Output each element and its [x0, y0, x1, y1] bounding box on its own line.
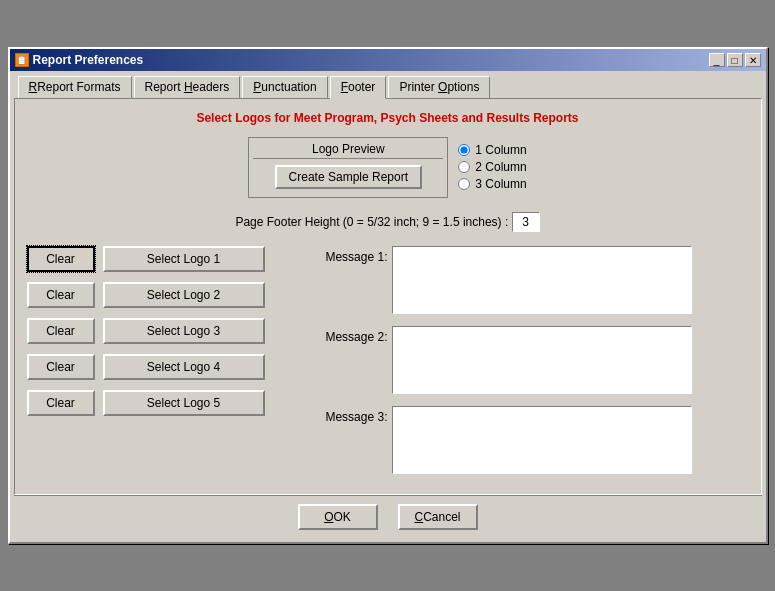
clear-logo-3-button[interactable]: Clear — [27, 318, 95, 344]
clear-logo-4-button[interactable]: Clear — [27, 354, 95, 380]
logo-row-3: Clear Select Logo 3 — [27, 318, 307, 344]
select-logo-4-button[interactable]: Select Logo 4 — [103, 354, 265, 380]
radio-3-column[interactable]: 3 Column — [458, 177, 526, 191]
title-buttons: _ □ ✕ — [709, 53, 761, 67]
logo-row-2: Clear Select Logo 2 — [27, 282, 307, 308]
logo-row-5: Clear Select Logo 5 — [27, 390, 307, 416]
message-row-2: Message 2: — [323, 326, 749, 394]
logo-buttons-column: Clear Select Logo 1 Clear Select Logo 2 — [27, 246, 307, 482]
tab-punctuation[interactable]: Punctuation — [242, 76, 327, 99]
select-logo-1-button[interactable]: Select Logo 1 — [103, 246, 265, 272]
radio-input-3-column[interactable] — [458, 178, 470, 190]
message-3-label: Message 3: — [323, 406, 388, 424]
footer-height-label: Page Footer Height (0 = 5/32 inch; 9 = 1… — [235, 215, 508, 229]
window-icon: 📋 — [15, 53, 29, 67]
radio-input-2-column[interactable] — [458, 161, 470, 173]
clear-logo-5-button[interactable]: Clear — [27, 390, 95, 416]
message-1-textarea[interactable] — [392, 246, 692, 314]
message-1-label: Message 1: — [323, 246, 388, 264]
main-window: 📋 Report Preferences _ □ ✕ RReport Forma… — [8, 47, 768, 544]
radio-1-column[interactable]: 1 Column — [458, 143, 526, 157]
cancel-button[interactable]: CCancel — [398, 504, 478, 530]
maximize-button[interactable]: □ — [727, 53, 743, 67]
logo-row-4: Clear Select Logo 4 — [27, 354, 307, 380]
footer-height-input[interactable] — [512, 212, 540, 232]
message-2-textarea[interactable] — [392, 326, 692, 394]
subtitle: Select Logos for Meet Program, Psych She… — [27, 111, 749, 125]
minimize-button[interactable]: _ — [709, 53, 725, 67]
window-content: RReport Formats Report Headers Punctuati… — [10, 71, 766, 542]
message-row-3: Message 3: — [323, 406, 749, 474]
logo-message-area: Clear Select Logo 1 Clear Select Logo 2 — [27, 246, 749, 482]
bottom-bar: OOK CCancel — [14, 495, 762, 538]
create-sample-button[interactable]: Create Sample Report — [275, 165, 422, 189]
logo-preview-area: Logo Preview Create Sample Report 1 Colu… — [27, 137, 749, 198]
select-logo-2-button[interactable]: Select Logo 2 — [103, 282, 265, 308]
message-row-1: Message 1: — [323, 246, 749, 314]
ok-button[interactable]: OOK — [298, 504, 378, 530]
close-button[interactable]: ✕ — [745, 53, 761, 67]
tab-report-formats[interactable]: RReport Formats — [18, 76, 132, 99]
message-2-label: Message 2: — [323, 326, 388, 344]
select-logo-5-button[interactable]: Select Logo 5 — [103, 390, 265, 416]
tab-bar: RReport Formats Report Headers Punctuati… — [14, 75, 762, 98]
tab-report-headers[interactable]: Report Headers — [134, 76, 241, 99]
column-radio-group: 1 Column 2 Column 3 Column — [458, 137, 526, 191]
tab-printer-options[interactable]: Printer Options — [388, 76, 490, 99]
window-title: Report Preferences — [33, 53, 144, 67]
title-bar: 📋 Report Preferences _ □ ✕ — [10, 49, 766, 71]
logo-row-1: Clear Select Logo 1 — [27, 246, 307, 272]
select-logo-3-button[interactable]: Select Logo 3 — [103, 318, 265, 344]
radio-input-1-column[interactable] — [458, 144, 470, 156]
tab-footer[interactable]: Footer — [330, 76, 387, 99]
clear-logo-1-button[interactable]: Clear — [27, 246, 95, 272]
message-3-textarea[interactable] — [392, 406, 692, 474]
logo-preview-box: Logo Preview Create Sample Report — [248, 137, 448, 198]
logo-preview-label: Logo Preview — [253, 142, 443, 159]
radio-2-column[interactable]: 2 Column — [458, 160, 526, 174]
messages-column: Message 1: Message 2: Message 3: — [323, 246, 749, 482]
main-panel: Select Logos for Meet Program, Psych She… — [14, 98, 762, 495]
footer-height-row: Page Footer Height (0 = 5/32 inch; 9 = 1… — [27, 212, 749, 232]
clear-logo-2-button[interactable]: Clear — [27, 282, 95, 308]
